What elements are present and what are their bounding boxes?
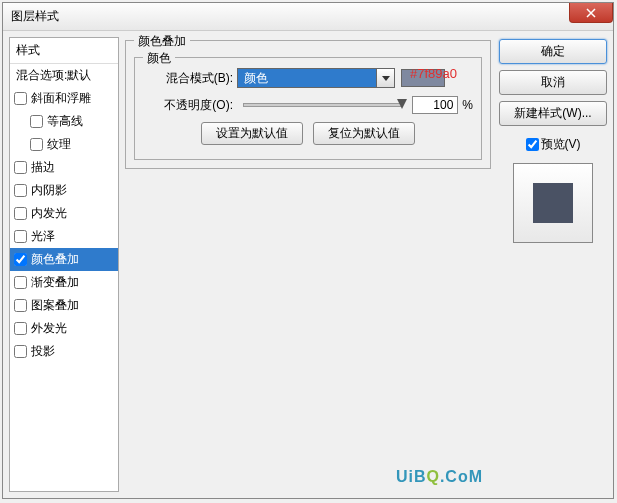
styles-panel: 样式 混合选项:默认斜面和浮雕等高线纹理描边内阴影内发光光泽颜色叠加渐变叠加图案… [9,37,119,492]
overlay-fieldset-label: 颜色叠加 [134,33,190,50]
style-item-9[interactable]: 渐变叠加 [10,271,118,294]
style-item-4[interactable]: 描边 [10,156,118,179]
titlebar: 图层样式 [3,3,613,31]
style-item-1[interactable]: 斜面和浮雕 [10,87,118,110]
style-checkbox-7[interactable] [14,230,27,243]
opacity-input[interactable] [412,96,458,114]
style-label-9: 渐变叠加 [31,274,79,291]
style-label-7: 光泽 [31,228,55,245]
set-default-button[interactable]: 设置为默认值 [201,122,303,145]
style-label-6: 内发光 [31,205,67,222]
styles-list: 混合选项:默认斜面和浮雕等高线纹理描边内阴影内发光光泽颜色叠加渐变叠加图案叠加外… [10,64,118,491]
new-style-button[interactable]: 新建样式(W)... [499,101,607,126]
style-label-8: 颜色叠加 [31,251,79,268]
style-item-8[interactable]: 颜色叠加 [10,248,118,271]
style-label-1: 斜面和浮雕 [31,90,91,107]
preview-label: 预览(V) [541,136,581,153]
style-checkbox-11[interactable] [14,322,27,335]
style-checkbox-4[interactable] [14,161,27,174]
blend-mode-dropdown[interactable] [377,68,395,88]
style-label-2: 等高线 [47,113,83,130]
preview-swatch [533,183,573,223]
preview-checkbox-row: 预览(V) [499,136,607,153]
ok-button[interactable]: 确定 [499,39,607,64]
opacity-row: 不透明度(O): % [143,96,473,114]
blend-mode-label: 混合模式(B): [143,70,233,87]
style-item-3[interactable]: 纹理 [10,133,118,156]
style-label-11: 外发光 [31,320,67,337]
close-icon [586,8,596,18]
style-checkbox-1[interactable] [14,92,27,105]
opacity-slider[interactable] [243,103,402,107]
cancel-button[interactable]: 取消 [499,70,607,95]
style-checkbox-6[interactable] [14,207,27,220]
style-label-4: 描边 [31,159,55,176]
style-label-0: 混合选项:默认 [16,67,91,84]
color-fieldset-label: 颜色 [143,50,175,67]
chevron-down-icon [382,76,390,81]
dialog-content: 样式 混合选项:默认斜面和浮雕等高线纹理描边内阴影内发光光泽颜色叠加渐变叠加图案… [3,31,613,498]
settings-area: 颜色叠加 颜色 #7f89a0 混合模式(B): 颜色 [125,37,491,492]
hex-annotation: #7f89a0 [410,66,457,81]
main-panel: 颜色叠加 颜色 #7f89a0 混合模式(B): 颜色 [125,37,607,492]
blend-mode-select[interactable]: 颜色 [237,68,377,88]
style-checkbox-12[interactable] [14,345,27,358]
reset-default-button[interactable]: 复位为默认值 [313,122,415,145]
right-panel: 确定 取消 新建样式(W)... 预览(V) [499,37,607,492]
style-checkbox-3[interactable] [30,138,43,151]
style-item-2[interactable]: 等高线 [10,110,118,133]
close-button[interactable] [569,3,613,23]
slider-thumb-icon [397,99,407,109]
opacity-unit: % [462,98,473,112]
layer-style-dialog: 图层样式 样式 混合选项:默认斜面和浮雕等高线纹理描边内阴影内发光光泽颜色叠加渐… [2,2,614,499]
style-checkbox-10[interactable] [14,299,27,312]
color-fieldset: 颜色 #7f89a0 混合模式(B): 颜色 [134,57,482,160]
style-checkbox-2[interactable] [30,115,43,128]
style-item-0[interactable]: 混合选项:默认 [10,64,118,87]
style-item-12[interactable]: 投影 [10,340,118,363]
style-item-6[interactable]: 内发光 [10,202,118,225]
style-checkbox-9[interactable] [14,276,27,289]
preview-box [513,163,593,243]
style-item-7[interactable]: 光泽 [10,225,118,248]
styles-header: 样式 [10,38,118,64]
style-label-5: 内阴影 [31,182,67,199]
overlay-fieldset: 颜色叠加 颜色 #7f89a0 混合模式(B): 颜色 [125,40,491,169]
style-item-11[interactable]: 外发光 [10,317,118,340]
style-label-3: 纹理 [47,136,71,153]
style-label-10: 图案叠加 [31,297,79,314]
window-title: 图层样式 [11,8,59,25]
opacity-label: 不透明度(O): [143,97,233,114]
style-item-10[interactable]: 图案叠加 [10,294,118,317]
style-checkbox-5[interactable] [14,184,27,197]
style-checkbox-8[interactable] [14,253,27,266]
style-label-12: 投影 [31,343,55,360]
preview-checkbox[interactable] [526,138,539,151]
default-buttons-row: 设置为默认值 复位为默认值 [143,122,473,145]
watermark: UiBQ.CoM [396,468,483,486]
style-item-5[interactable]: 内阴影 [10,179,118,202]
